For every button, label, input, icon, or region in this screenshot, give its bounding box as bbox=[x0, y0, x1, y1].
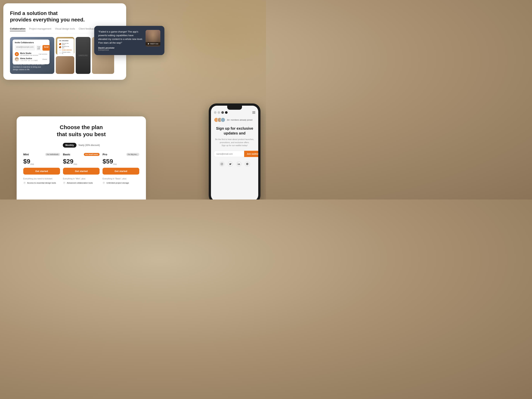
testimonial-video-thumbnail[interactable]: Watch now bbox=[146, 30, 160, 47]
morix-perm: Can access bbox=[39, 53, 47, 55]
phone-content: 2k+ members already joined Sign up for e… bbox=[211, 114, 258, 200]
testimonial-author: David Lanceister Entrepreneur bbox=[98, 47, 143, 51]
phone-join-button[interactable]: Join waitlist bbox=[244, 151, 258, 157]
feature-check-icon: ✓ bbox=[23, 182, 26, 184]
phone-email-input[interactable] bbox=[214, 151, 244, 157]
morix-avatar: M bbox=[15, 52, 19, 56]
svg-point-2 bbox=[222, 164, 222, 165]
checklist-text-4: Choose colors, fu... bbox=[62, 51, 72, 54]
member-avatar-3 bbox=[221, 117, 225, 122]
plan-mini-amount: $9 bbox=[23, 158, 30, 165]
checklist-text-1: Discuss the client... bbox=[62, 43, 72, 45]
collab-overlay-title: Invite Collaborators bbox=[15, 41, 47, 44]
plan-pro-feature-1: ✓ Unlimited project storage bbox=[102, 182, 139, 184]
play-icon bbox=[148, 43, 149, 45]
feature-check-icon-pro: ✓ bbox=[102, 182, 105, 184]
plan-mini-name: Mini bbox=[23, 153, 29, 156]
plan-basic-feature-1: ✓ Advanced collaboration tools bbox=[63, 182, 100, 184]
plan-mini-header: Mini For Individuals bbox=[23, 153, 60, 156]
hamburger-menu[interactable] bbox=[252, 111, 255, 114]
plan-basic-price: $29/mo bbox=[63, 158, 100, 165]
plan-basic-badge: For Small teams bbox=[84, 153, 100, 156]
collab-user-morix: M Morix Studio All members can access Ca… bbox=[15, 52, 47, 56]
watch-now-label: Watch now bbox=[150, 43, 158, 45]
feature-check-icon-basic: ✓ bbox=[63, 182, 66, 184]
morix-sub: All members can access bbox=[20, 54, 38, 56]
social-links-row bbox=[219, 161, 250, 167]
nav-dot-3 bbox=[221, 111, 224, 114]
plan-pro-cta[interactable]: Get started bbox=[102, 168, 139, 175]
svg-point-4 bbox=[238, 163, 238, 163]
members-group: 2k+ members already joined bbox=[214, 117, 253, 122]
plan-mini-feature-text: Access to essential design tools bbox=[27, 182, 56, 184]
checklist-item-2: ✓ Measure the spa... bbox=[59, 46, 72, 48]
plan-basic-period: /mo bbox=[73, 163, 77, 165]
author-title: Entrepreneur bbox=[98, 49, 143, 51]
plans-row: Mini For Individuals $9/mo Get started E… bbox=[23, 153, 139, 185]
checklist-image: I.D. Checklist ✓ Discuss the client... ✓… bbox=[56, 37, 74, 55]
plan-mini-cta[interactable]: Get started bbox=[23, 168, 60, 175]
yearly-toggle[interactable]: Yearly (30% discount) bbox=[78, 144, 100, 146]
tab-project-management[interactable]: Project management bbox=[29, 27, 51, 31]
pinterest-icon[interactable] bbox=[245, 161, 250, 167]
plan-pro-period: /mo bbox=[113, 163, 117, 165]
phone-mockup: 2k+ members already joined Sign up for e… bbox=[209, 103, 260, 200]
billing-toggle: Monthly Yearly (30% discount) bbox=[23, 143, 139, 148]
second-small-image bbox=[56, 56, 74, 74]
tab-visual-design[interactable]: Visual design tools bbox=[55, 27, 75, 31]
svg-point-3 bbox=[222, 163, 223, 164]
phone-screen: 2k+ members already joined Sign up for e… bbox=[211, 106, 258, 200]
checklist-item-1: ✓ Discuss the client... bbox=[59, 43, 72, 45]
checklist-item-4: Choose colors, fu... bbox=[59, 51, 72, 54]
ham-line-3 bbox=[252, 113, 255, 114]
svg-marker-0 bbox=[148, 43, 149, 44]
plan-mini-badge: For Individuals bbox=[45, 153, 60, 156]
avatar-stack bbox=[214, 117, 225, 122]
plan-basic-features-title: Everything in "Mini", plus: bbox=[63, 177, 100, 180]
testimonial-quote: "Faded is a game-changer! The app's powe… bbox=[98, 30, 143, 45]
phone-nav bbox=[211, 110, 258, 114]
collaboration-main-image: Invite Collaborators email@example.com C… bbox=[10, 37, 54, 74]
phone-subtext: Be the first to hear about product launc… bbox=[215, 138, 254, 147]
collab-email-input[interactable]: email@example.com bbox=[15, 45, 35, 51]
nav-dot-4 bbox=[225, 111, 228, 114]
checklist-overlay: I.D. Checklist ✓ Discuss the client... ✓… bbox=[57, 38, 74, 55]
collab-permission-dropdown[interactable]: Can edit bbox=[36, 45, 42, 51]
check-icon-2: ✓ bbox=[59, 46, 61, 48]
plan-pro-feature-text: Unlimited project storage bbox=[106, 182, 129, 184]
plan-pro-price: $59/mo bbox=[102, 158, 139, 165]
plan-basic-amount: $29 bbox=[63, 158, 74, 165]
tab-collaboration[interactable]: Collaboration bbox=[10, 27, 25, 31]
phone-waitlist-form: Join waitlist bbox=[214, 151, 255, 157]
plan-mini: Mini For Individuals $9/mo Get started E… bbox=[23, 153, 60, 185]
monthly-toggle[interactable]: Monthly bbox=[63, 143, 76, 148]
watch-now-button[interactable]: Watch now bbox=[146, 42, 160, 45]
author-name: David Lanceister bbox=[98, 47, 143, 49]
linkedin-icon[interactable] bbox=[236, 161, 241, 167]
checklist-item-3: Create sketches bbox=[59, 49, 72, 51]
twitter-icon[interactable] bbox=[228, 161, 233, 167]
testimonial-card: "Faded is a game-changer! The app's powe… bbox=[94, 26, 165, 55]
nav-dot-1 bbox=[214, 111, 216, 114]
tall-dark-image: SAMSUNG bbox=[76, 37, 90, 74]
collab-input-row: email@example.com Can edit Send bbox=[15, 45, 47, 51]
plan-pro-name: Pro bbox=[102, 153, 107, 156]
collab-label-desc: Seamlessly work with clients and team me… bbox=[13, 63, 46, 71]
nav-dot-2 bbox=[218, 111, 220, 114]
phone-dots bbox=[214, 111, 228, 114]
plan-mini-period: /mo bbox=[30, 163, 34, 165]
checklist-text-3: Create sketches bbox=[62, 49, 72, 51]
collab-label-title: Collaboration bbox=[13, 58, 46, 63]
plan-basic-header: Basic For Small teams bbox=[63, 153, 100, 156]
tab-client-feedback[interactable]: Client feedback bbox=[79, 27, 95, 31]
plan-mini-feature-1: ✓ Access to essential design tools bbox=[23, 182, 60, 184]
ham-line-2 bbox=[252, 112, 255, 113]
check-icon-3 bbox=[59, 49, 61, 51]
instagram-icon[interactable] bbox=[219, 161, 224, 167]
collab-section-label: Collaboration Seamlessly work with clien… bbox=[13, 58, 46, 71]
plan-basic-cta[interactable]: Get started bbox=[63, 168, 100, 175]
collab-send-button[interactable]: Send bbox=[43, 45, 50, 51]
plan-basic-name: Basic bbox=[63, 153, 70, 156]
morix-name: Morix Studio bbox=[20, 52, 38, 54]
phone-notch bbox=[227, 106, 242, 110]
